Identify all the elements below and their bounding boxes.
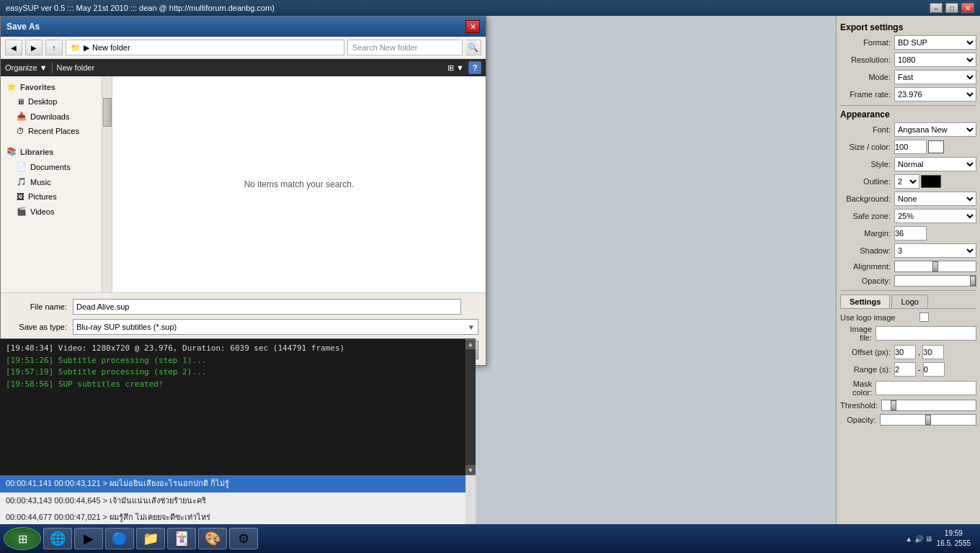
background-label: Background: xyxy=(840,194,894,203)
offset-x-input[interactable] xyxy=(894,345,916,359)
mode-select[interactable]: Fast xyxy=(894,70,976,84)
appearance-section-title: Appearance xyxy=(840,109,976,120)
threshold-label: Threshold: xyxy=(840,401,881,410)
minimize-button[interactable]: – xyxy=(930,3,943,13)
search-button[interactable]: 🔍 xyxy=(466,40,481,55)
nav-item-desktop[interactable]: 🖥 Desktop xyxy=(1,94,112,109)
organize-chevron-icon: ▼ xyxy=(40,63,48,72)
search-input-wrap[interactable]: Search New folder xyxy=(347,40,463,55)
path-breadcrumb[interactable]: 📁 ▶ New folder xyxy=(66,40,344,55)
taskbar-app-ie[interactable]: 🌐 xyxy=(43,528,72,549)
opacity-label: Opacity: xyxy=(840,276,894,285)
shadow-select[interactable]: 3 xyxy=(894,243,976,258)
taskbar-app-game[interactable]: 🃏 xyxy=(167,528,196,549)
maximize-button[interactable]: □ xyxy=(945,3,958,13)
safezone-label: Safe zone: xyxy=(840,212,894,220)
subtitle-row-1[interactable]: 00:00:43,143 00:00:44,645 > เจ้ามันแน่นเ… xyxy=(0,493,476,510)
logo-tab-content: Use logo image Image file: Offset (px): … xyxy=(840,313,976,426)
opacity-slider[interactable] xyxy=(894,275,976,287)
style-select[interactable]: Normal xyxy=(894,157,976,171)
app-background: Export settings Format: BD SUP Resolutio… xyxy=(0,16,980,553)
taskbar-app-folder[interactable]: 📁 xyxy=(136,528,165,549)
alignment-label: Alignment: xyxy=(840,262,894,271)
nav-scrollbar[interactable] xyxy=(102,76,112,292)
nav-item-recent-places[interactable]: ⏱ Recent Places xyxy=(1,124,112,138)
range-start-input[interactable] xyxy=(894,362,916,377)
nav-item-pictures[interactable]: 🖼 Pictures xyxy=(1,189,112,204)
up-button[interactable]: ↑ xyxy=(45,40,63,55)
nav-item-music[interactable]: 🎵 Music xyxy=(1,174,112,189)
palette-icon: 🎨 xyxy=(204,530,221,547)
imagefile-label: Image file: xyxy=(840,325,876,342)
dialog-close-button[interactable]: ✕ xyxy=(466,20,480,33)
nav-item-videos[interactable]: 🎬 Videos xyxy=(1,204,112,219)
log-scrollbar[interactable]: ▲ ▼ xyxy=(466,339,476,475)
libraries-header[interactable]: 📚 Libraries xyxy=(1,144,112,159)
taskbar-app-media[interactable]: ▶ xyxy=(74,528,103,549)
log-area: [19:48:34] Video: 1280x720 @ 23.976, Dur… xyxy=(0,338,476,475)
clock: 19:59 16.5. 2555 xyxy=(937,529,971,549)
maskcolor-input[interactable] xyxy=(876,381,976,395)
log-line-3: [19:58:56] SUP subtitles created! xyxy=(6,379,470,391)
app-close-button[interactable]: ✕ xyxy=(961,3,974,13)
filename-row: File name: xyxy=(8,299,478,315)
shadow-label: Shadow: xyxy=(840,246,894,255)
log-scroll-up-button[interactable]: ▲ xyxy=(466,339,476,349)
tab-settings[interactable]: Settings xyxy=(840,295,890,308)
help-button[interactable]: ? xyxy=(468,61,481,74)
nav-item-downloads[interactable]: 📥 Downloads xyxy=(1,109,112,124)
format-row: Format: BD SUP xyxy=(840,35,976,50)
outline-select[interactable]: 2 xyxy=(894,174,919,189)
format-select[interactable]: BD SUP xyxy=(894,35,976,50)
filename-input[interactable] xyxy=(73,299,461,315)
nav-item-documents[interactable]: 📄 Documents xyxy=(1,159,112,174)
taskbar-app-palette[interactable]: 🎨 xyxy=(198,528,227,549)
resolution-select[interactable]: 1080 xyxy=(894,53,976,67)
app-title: easySUP ver 0.5 ::: May 21st 2010 ::: de… xyxy=(6,4,275,12)
framerate-select[interactable]: 23.976 xyxy=(894,87,976,102)
start-button[interactable]: ⊞ xyxy=(4,527,41,550)
videos-icon: 🎬 xyxy=(17,207,27,216)
mode-label: Mode: xyxy=(840,73,894,81)
margin-control xyxy=(894,226,976,240)
organize-button[interactable]: Organize ▼ xyxy=(5,63,48,72)
forward-button[interactable]: ▶ xyxy=(25,40,43,55)
favorites-star-icon: ⭐ xyxy=(6,82,17,91)
view-button[interactable]: ⊞ ▼ xyxy=(447,63,464,73)
log-scroll-down-button[interactable]: ▼ xyxy=(466,465,476,475)
taskbar-app-settings[interactable]: ⚙ xyxy=(229,528,258,549)
outline-color-swatch[interactable] xyxy=(921,175,941,188)
logo-opacity-slider[interactable] xyxy=(880,414,976,426)
use-logo-label: Use logo image xyxy=(840,313,919,322)
dialog-nav-toolbar: ◀ ▶ ↑ 📁 ▶ New folder Search New folder 🔍 xyxy=(1,37,486,59)
font-select[interactable]: Angsana New xyxy=(894,122,976,137)
new-folder-button[interactable]: New folder xyxy=(57,63,95,72)
font-label: Font: xyxy=(840,125,894,134)
savetype-label: Save as type: xyxy=(8,323,73,331)
music-icon: 🎵 xyxy=(17,177,27,186)
background-select[interactable]: None xyxy=(894,192,976,206)
nav-scrollbar-thumb[interactable] xyxy=(103,98,112,127)
back-button[interactable]: ◀ xyxy=(5,40,22,55)
use-logo-checkbox[interactable] xyxy=(919,313,929,322)
background-control: None xyxy=(894,192,976,206)
subtitle-row-0[interactable]: 00:00:41,141 00:00:43,121 > ผมไม่อยินเสี… xyxy=(0,475,476,493)
color-swatch[interactable] xyxy=(928,140,944,153)
safezone-select[interactable]: 25% xyxy=(894,209,976,223)
dialog-action-toolbar: Organize ▼ New folder ⊞ ▼ ? xyxy=(1,59,486,76)
imagefile-input[interactable] xyxy=(876,326,976,341)
path-separator: ▶ xyxy=(84,43,89,53)
mode-control: Fast xyxy=(894,70,976,84)
log-line-0: [19:48:34] Video: 1280x720 @ 23.976, Dur… xyxy=(6,343,470,355)
threshold-slider[interactable] xyxy=(881,400,976,411)
tab-logo[interactable]: Logo xyxy=(891,295,927,308)
offset-y-input[interactable] xyxy=(922,345,944,359)
outline-label: Outline: xyxy=(840,177,894,186)
savetype-dropdown[interactable]: Blu-ray SUP subtitles (*.sup) ▼ xyxy=(73,319,478,335)
margin-input[interactable] xyxy=(894,226,927,240)
range-end-input[interactable] xyxy=(923,362,945,377)
size-input[interactable] xyxy=(894,140,927,154)
alignment-slider[interactable] xyxy=(894,261,976,272)
favorites-header[interactable]: ⭐ Favorites xyxy=(1,79,112,94)
taskbar-app-chrome[interactable]: 🔵 xyxy=(105,528,134,549)
